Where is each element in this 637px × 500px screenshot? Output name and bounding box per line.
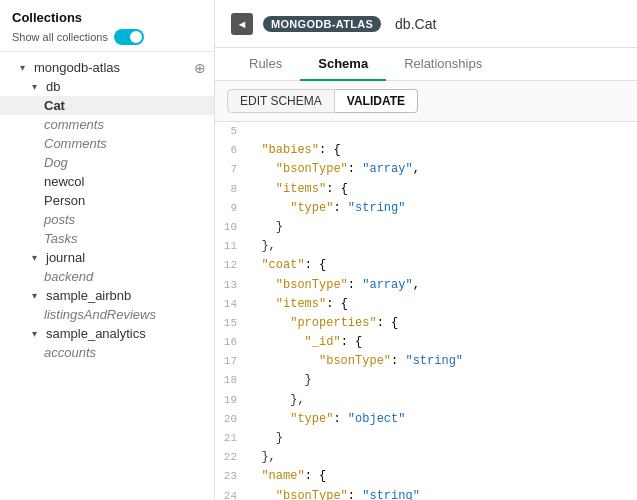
collection-name: backend [44, 269, 93, 284]
sidebar-item-db[interactable]: db [0, 77, 214, 96]
code-line: 15 "properties": { [215, 314, 637, 333]
db-name: sample_airbnb [46, 288, 131, 303]
sidebar-item-accounts[interactable]: accounts [0, 343, 214, 362]
tab-rules[interactable]: Rules [231, 48, 300, 81]
db-name: journal [46, 250, 85, 265]
chevron-down-icon [32, 81, 42, 92]
breadcrumb: db.Cat [395, 16, 436, 32]
code-line: 21 } [215, 429, 637, 448]
code-line: 12 "coat": { [215, 256, 637, 275]
code-line: 24 "bsonType": "string" [215, 487, 637, 500]
show-all-row: Show all collections [12, 29, 202, 45]
cluster-badge: MONGODB-ATLAS [263, 16, 381, 32]
sidebar-item-dog[interactable]: Dog [0, 153, 214, 172]
collection-name: Dog [44, 155, 68, 170]
sidebar-item-comments-lower[interactable]: comments [0, 115, 214, 134]
show-all-label: Show all collections [12, 31, 108, 43]
code-editor[interactable]: 5 6 "babies": { 7 "bsonType": "array", 8… [215, 122, 637, 500]
sidebar-item-newcol[interactable]: newcol [0, 172, 214, 191]
edit-schema-button[interactable]: EDIT SCHEMA [227, 89, 335, 113]
sidebar-item-person[interactable]: Person [0, 191, 214, 210]
sidebar-item-sample-analytics[interactable]: sample_analytics [0, 324, 214, 343]
collection-name: posts [44, 212, 75, 227]
db-name: sample_analytics [46, 326, 146, 341]
code-line: 20 "type": "object" [215, 410, 637, 429]
code-line: 11 }, [215, 237, 637, 256]
collection-name: Cat [44, 98, 65, 113]
sidebar-tree: mongodb-atlas ⊕ db Cat comments Comments… [0, 52, 214, 368]
cluster-name: mongodb-atlas [34, 60, 120, 75]
sidebar-item-tasks[interactable]: Tasks [0, 229, 214, 248]
code-line: 14 "items": { [215, 295, 637, 314]
collection-name: newcol [44, 174, 84, 189]
code-line: 10 } [215, 218, 637, 237]
collection-name: accounts [44, 345, 96, 360]
code-line: 18 } [215, 371, 637, 390]
tab-schema[interactable]: Schema [300, 48, 386, 81]
collection-name: comments [44, 117, 104, 132]
sidebar-item-comments-upper[interactable]: Comments [0, 134, 214, 153]
show-all-toggle[interactable] [114, 29, 144, 45]
schema-toolbar: EDIT SCHEMA VALIDATE [215, 81, 637, 122]
sidebar-header: Collections Show all collections [0, 0, 214, 52]
collection-name: Comments [44, 136, 107, 151]
code-line: 16 "_id": { [215, 333, 637, 352]
code-line: 6 "babies": { [215, 141, 637, 160]
chevron-down-icon [32, 252, 42, 263]
chevron-down-icon [32, 328, 42, 339]
code-line: 23 "name": { [215, 467, 637, 486]
db-name: db [46, 79, 60, 94]
sidebar-item-listings[interactable]: listingsAndReviews [0, 305, 214, 324]
sidebar-item-posts[interactable]: posts [0, 210, 214, 229]
sidebar-item-sample-airbnb[interactable]: sample_airbnb [0, 286, 214, 305]
collection-name: Tasks [44, 231, 77, 246]
back-icon: ◄ [237, 18, 248, 30]
sidebar-item-mongodb-atlas[interactable]: mongodb-atlas ⊕ [0, 58, 214, 77]
code-line: 19 }, [215, 391, 637, 410]
tab-relationships[interactable]: Relationships [386, 48, 500, 81]
code-line: 22 }, [215, 448, 637, 467]
back-button[interactable]: ◄ [231, 13, 253, 35]
sidebar-item-cat[interactable]: Cat [0, 96, 214, 115]
main-panel: ◄ MONGODB-ATLAS db.Cat Rules Schema Rela… [215, 0, 637, 500]
code-line: 9 "type": "string" [215, 199, 637, 218]
collection-name: Person [44, 193, 85, 208]
code-line: 5 [215, 122, 637, 141]
code-line: 7 "bsonType": "array", [215, 160, 637, 179]
chevron-down-icon [20, 62, 30, 73]
code-line: 17 "bsonType": "string" [215, 352, 637, 371]
collection-name: listingsAndReviews [44, 307, 156, 322]
tab-bar: Rules Schema Relationships [215, 48, 637, 81]
sidebar-item-journal[interactable]: journal [0, 248, 214, 267]
collections-title: Collections [12, 10, 202, 25]
code-line: 8 "items": { [215, 180, 637, 199]
sidebar-item-backend[interactable]: backend [0, 267, 214, 286]
code-line: 13 "bsonType": "array", [215, 276, 637, 295]
add-collection-icon[interactable]: ⊕ [194, 61, 206, 75]
sidebar: Collections Show all collections mongodb… [0, 0, 215, 500]
validate-button[interactable]: VALIDATE [335, 89, 418, 113]
chevron-down-icon [32, 290, 42, 301]
topbar: ◄ MONGODB-ATLAS db.Cat [215, 0, 637, 48]
